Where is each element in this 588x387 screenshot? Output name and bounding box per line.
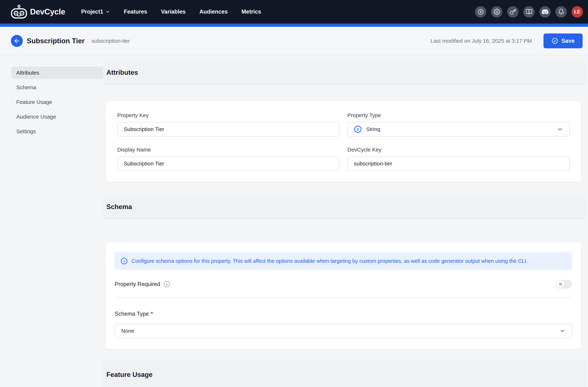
notifications-button[interactable] <box>555 6 567 18</box>
accent-bar <box>0 23 588 27</box>
devcycle-logo[interactable]: DevCycle <box>10 4 65 19</box>
property-type-label: Property Type <box>347 112 569 118</box>
schema-section-header: Schema <box>103 196 586 217</box>
property-required-label: Property Required <box>115 280 170 288</box>
last-modified-text: Last modified on July 16, 2025 at 3:17 P… <box>430 38 532 44</box>
string-type-icon: S <box>354 125 362 133</box>
display-name-input[interactable] <box>117 156 339 171</box>
topbar-actions: LE <box>475 6 583 18</box>
devcycle-robot-icon <box>10 4 27 19</box>
nav-item-features[interactable]: Features <box>124 8 147 15</box>
sidebar-item-feature-usage[interactable]: Feature Usage <box>11 96 105 108</box>
devcycle-key-input[interactable] <box>347 156 569 171</box>
nav-item-audiences[interactable]: Audiences <box>199 8 228 15</box>
schema-type-label: Schema Type * <box>115 311 572 317</box>
sidebar-item-schema[interactable]: Schema <box>11 81 105 94</box>
logo-wordmark: DevCycle <box>30 7 65 16</box>
create-button[interactable] <box>475 6 486 18</box>
sidebar-item-audience-usage[interactable]: Audience Usage <box>11 111 105 123</box>
schema-type-select[interactable]: None <box>115 324 572 338</box>
book-icon <box>526 8 532 15</box>
devcycle-key-field-group: DevCycle Key <box>347 147 569 171</box>
project-selector[interactable]: Project1 <box>81 8 110 15</box>
sidebar-item-attributes[interactable]: Attributes <box>11 67 105 79</box>
primary-nav: Project1 Features Variables Audiences Me… <box>81 8 261 15</box>
nav-item-metrics[interactable]: Metrics <box>242 8 261 15</box>
info-circle-icon[interactable] <box>163 280 170 288</box>
content-area: Attributes Property Key Property Type S … <box>103 55 586 387</box>
settings-button[interactable] <box>491 6 503 18</box>
plus-circle-icon <box>478 8 484 15</box>
property-key-label: Property Key <box>117 112 339 118</box>
page-key: subscription-tier <box>92 38 130 44</box>
property-type-field-group: Property Type S String <box>347 112 569 136</box>
schema-type-label-text: Schema Type <box>115 311 149 317</box>
user-avatar[interactable]: LE <box>571 6 583 18</box>
top-navigation-bar: DevCycle Project1 Features Variables Aud… <box>0 0 588 23</box>
property-required-label-text: Property Required <box>115 281 160 287</box>
chevron-down-icon <box>557 126 563 132</box>
docs-button[interactable] <box>523 6 535 18</box>
svg-text:S: S <box>357 127 359 131</box>
display-name-field-group: Display Name <box>117 147 339 171</box>
check-circle-icon <box>551 38 558 44</box>
page-title: Subscription Tier <box>27 37 85 45</box>
api-keys-button[interactable] <box>507 6 519 18</box>
chevron-down-icon <box>105 9 110 14</box>
arrow-left-icon <box>14 38 20 44</box>
page-header: Subscription Tier subscription-tier Last… <box>0 27 588 55</box>
schema-info-alert: Configure schema options for this proper… <box>115 252 572 270</box>
devcycle-key-label: DevCycle Key <box>347 147 569 153</box>
property-key-input[interactable] <box>117 122 339 136</box>
gear-icon <box>494 8 500 15</box>
sidebar-item-settings[interactable]: Settings <box>11 125 105 138</box>
property-key-field-group: Property Key <box>117 112 339 136</box>
discord-button[interactable] <box>539 6 551 18</box>
key-icon <box>510 8 516 15</box>
nav-item-variables[interactable]: Variables <box>161 8 186 15</box>
toggle-off-x-icon <box>557 280 565 288</box>
display-name-label: Display Name <box>117 147 339 153</box>
save-button-label: Save <box>562 38 575 44</box>
back-button[interactable] <box>11 35 23 47</box>
project-selector-label: Project1 <box>81 8 103 15</box>
feature-usage-section-title: Feature Usage <box>106 371 152 379</box>
attributes-section-header: Attributes <box>103 62 586 83</box>
property-required-toggle[interactable] <box>556 280 572 289</box>
schema-card: Configure schema options for this proper… <box>106 242 581 349</box>
property-type-select[interactable]: S String <box>347 122 569 136</box>
info-circle-icon <box>120 257 128 265</box>
discord-icon <box>542 8 548 15</box>
chevron-down-icon <box>559 328 566 334</box>
section-sidenav: Attributes Schema Feature Usage Audience… <box>0 55 103 140</box>
attributes-section-title: Attributes <box>106 69 138 76</box>
main-layout: Attributes Schema Feature Usage Audience… <box>0 55 588 387</box>
property-required-row: Property Required <box>115 280 572 289</box>
required-asterisk: * <box>151 311 153 317</box>
schema-type-value: None <box>121 328 134 334</box>
attributes-card: Property Key Property Type S String <box>106 101 581 182</box>
property-type-value: String <box>366 126 380 132</box>
schema-divider <box>115 297 572 298</box>
schema-section-title: Schema <box>106 203 132 211</box>
schema-info-alert-text: Configure schema options for this proper… <box>131 258 527 264</box>
save-button[interactable]: Save <box>544 34 583 48</box>
feature-usage-section-header: Feature Usage <box>103 360 586 387</box>
bell-icon <box>558 8 565 15</box>
